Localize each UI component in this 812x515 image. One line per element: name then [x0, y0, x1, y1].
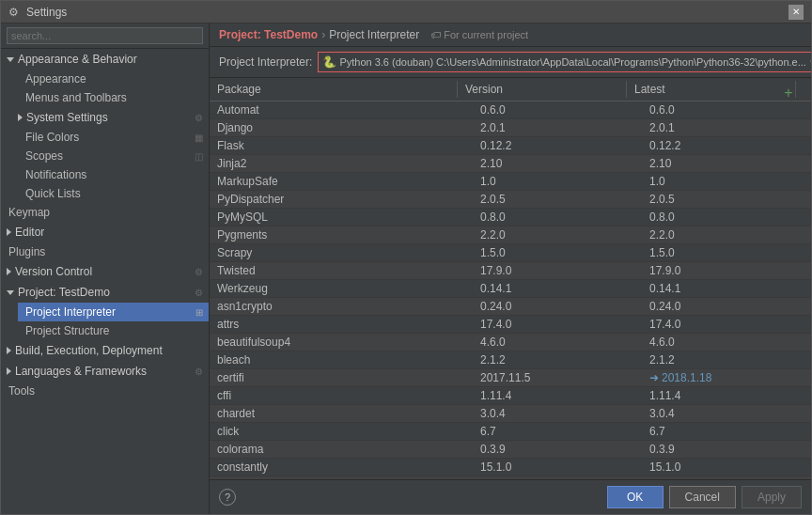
sidebar-item-plugins[interactable]: Plugins — [1, 242, 209, 261]
breadcrumb-current: Project Interpreter — [329, 28, 419, 41]
table-row[interactable]: colorama0.3.90.3.9 — [210, 441, 811, 459]
package-version: 17.4.0 — [473, 316, 642, 333]
package-version: 2.0.5 — [473, 191, 642, 208]
table-body: Automat0.6.00.6.0Django2.0.12.0.1Flask0.… — [210, 101, 811, 479]
table-row[interactable]: bleach2.1.22.1.2 — [210, 351, 811, 369]
dropdown-arrow-icon[interactable]: ▼ — [806, 55, 811, 69]
sidebar-item-languages-frameworks[interactable]: Languages & Frameworks ⚙ — [1, 361, 209, 382]
sidebar-item-notifications[interactable]: Notifications — [18, 165, 209, 184]
package-name: Jinja2 — [210, 155, 473, 172]
table-row[interactable]: Werkzeug0.14.10.14.1 — [210, 280, 811, 298]
sidebar-item-keymap[interactable]: Keymap — [1, 203, 209, 222]
titlebar: ⚙ Settings ✕ — [1, 1, 811, 23]
package-version: 0.3.9 — [473, 441, 642, 458]
content-area: Appearance & Behavior Appearance Menus a… — [1, 23, 811, 514]
sidebar-item-tools[interactable]: Tools — [1, 382, 209, 400]
package-version: 0.24.0 — [473, 298, 642, 315]
sidebar-item-appearance-behavior[interactable]: Appearance & Behavior — [1, 49, 209, 70]
help-button[interactable]: ? — [219, 489, 236, 506]
col-header-latest: Latest — [627, 81, 796, 98]
package-latest: 3.0.4 — [642, 405, 811, 422]
sidebar-item-label: Menus and Toolbars — [25, 91, 127, 104]
package-latest: 0.24.0 — [642, 298, 811, 315]
package-name: Twisted — [210, 262, 473, 279]
sidebar-item-label: Version Control — [15, 265, 92, 278]
settings-icon: ⚙ — [8, 6, 22, 19]
close-button[interactable]: ✕ — [789, 5, 804, 20]
package-name: beautifulsoup4 — [210, 334, 473, 351]
sidebar-item-file-colors[interactable]: File Colors ▦ — [18, 128, 209, 147]
package-version: 1.0 — [473, 173, 642, 190]
table-row[interactable]: Pygments2.2.02.2.0 — [210, 226, 811, 244]
sidebar-item-project-structure[interactable]: Project Structure — [18, 321, 209, 340]
package-version: 2.2.0 — [473, 226, 642, 243]
package-name: Automat — [210, 101, 473, 118]
package-latest: 2.0.5 — [642, 191, 811, 208]
sidebar-item-label: Languages & Frameworks — [15, 365, 147, 378]
package-latest: 2.1.2 — [642, 351, 811, 368]
package-latest: 15.1.0 — [642, 459, 811, 476]
sidebar-item-project-interpreter[interactable]: Project Interpreter ⊞ — [18, 303, 209, 321]
package-name: attrs — [210, 316, 473, 333]
sidebar-children-project: Project Interpreter ⊞ Project Structure — [1, 303, 209, 340]
expand-icon — [7, 290, 14, 295]
sidebar-item-build-execution[interactable]: Build, Execution, Deployment — [1, 340, 209, 361]
table-row[interactable]: constantly15.1.015.1.0 — [210, 459, 811, 476]
sync-icon: ⚙ — [195, 113, 203, 123]
apply-button[interactable]: Apply — [742, 486, 802, 508]
cancel-button[interactable]: Cancel — [669, 486, 736, 508]
add-package-button[interactable]: + — [781, 83, 796, 103]
table-row[interactable]: chardet3.0.43.0.4 — [210, 405, 811, 423]
sidebar-item-scopes[interactable]: Scopes ◫ — [18, 147, 209, 165]
expand-icon — [7, 228, 11, 236]
table-row[interactable]: asn1crypto0.24.00.24.0 — [210, 298, 811, 316]
sidebar-item-label: System Settings — [26, 111, 108, 124]
ok-button[interactable]: OK — [607, 486, 664, 508]
table-row[interactable]: Twisted17.9.017.9.0 — [210, 262, 811, 280]
table-header: Package Version Latest + — [210, 78, 811, 101]
expand-icon — [7, 268, 11, 275]
sidebar-search-input[interactable] — [7, 27, 203, 44]
sidebar-item-appearance[interactable]: Appearance — [18, 70, 209, 88]
package-latest: ➜2018.1.18 — [642, 369, 811, 386]
sidebar-item-version-control[interactable]: Version Control ⚙ — [1, 261, 209, 282]
sidebar-item-editor[interactable]: Editor — [1, 222, 209, 242]
col-header-package: Package — [210, 81, 458, 98]
package-latest: 2.0.1 — [642, 119, 811, 136]
package-name: Flask — [210, 137, 473, 154]
package-name: Pygments — [210, 226, 473, 243]
table-row[interactable]: click6.76.7 — [210, 423, 811, 441]
package-name: Scrapy — [210, 244, 473, 261]
table-row[interactable]: MarkupSafe1.01.0 — [210, 173, 811, 191]
table-row[interactable]: PyDispatcher2.0.52.0.5 — [210, 191, 811, 209]
expand-icon — [7, 367, 11, 375]
sidebar-item-quick-lists[interactable]: Quick Lists — [18, 184, 209, 203]
package-version: 0.6.0 — [473, 101, 642, 118]
table-row[interactable]: certifi2017.11.5➜2018.1.18 — [210, 369, 811, 387]
icon-scopes: ◫ — [195, 151, 203, 162]
sidebar-item-menus-toolbars[interactable]: Menus and Toolbars — [18, 88, 209, 107]
table-row[interactable]: Automat0.6.00.6.0 — [210, 101, 811, 119]
breadcrumb-tag: 🏷 For current project — [430, 29, 528, 40]
sidebar-item-system-settings[interactable]: System Settings ⚙ — [18, 107, 209, 128]
table-row[interactable]: PyMySQL0.8.00.8.0 — [210, 209, 811, 226]
package-latest: 0.14.1 — [642, 280, 811, 297]
table-row[interactable]: Django2.0.12.0.1 — [210, 119, 811, 137]
sidebar-item-label: Editor — [15, 226, 44, 239]
package-name: Django — [210, 119, 473, 136]
package-name: cryptography — [210, 476, 473, 479]
sidebar: Appearance & Behavior Appearance Menus a… — [1, 23, 210, 514]
interpreter-select[interactable]: 🐍 Python 3.6 (douban) C:\Users\Administr… — [318, 52, 811, 72]
table-row[interactable]: attrs17.4.017.4.0 — [210, 316, 811, 334]
table-row[interactable]: beautifulsoup44.6.04.6.0 — [210, 334, 811, 351]
breadcrumb-tag-text: For current project — [444, 29, 528, 40]
package-version: 2.10 — [473, 155, 642, 172]
table-row[interactable]: cffi1.11.41.11.4 — [210, 387, 811, 405]
table-row[interactable]: cryptography2.1.42.1.4 — [210, 476, 811, 479]
sidebar-item-project-testdemo[interactable]: Project: TestDemo ⚙ — [1, 282, 209, 303]
icon-version-control: ⚙ — [195, 267, 203, 277]
package-latest: 6.7 — [642, 423, 811, 440]
table-row[interactable]: Flask0.12.20.12.2 — [210, 137, 811, 155]
table-row[interactable]: Scrapy1.5.01.5.0 — [210, 244, 811, 262]
table-row[interactable]: Jinja22.102.10 — [210, 155, 811, 173]
